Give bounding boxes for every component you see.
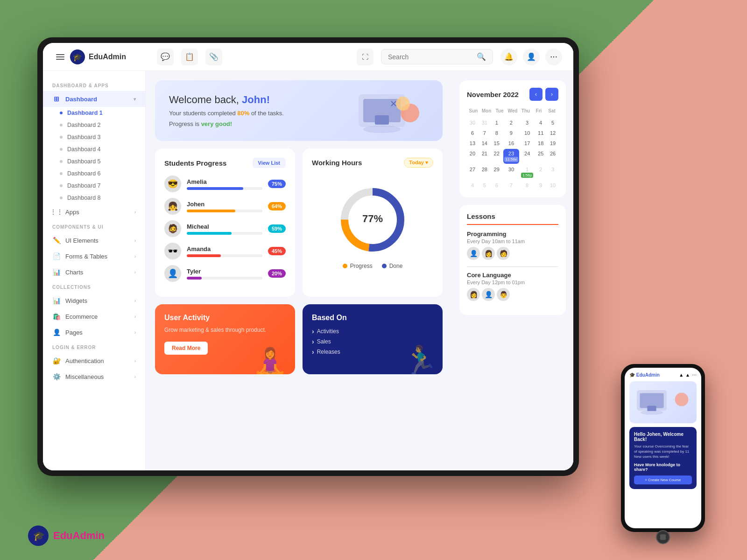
cal-cell[interactable]: 4 [467,181,478,190]
cal-cell[interactable]: 25 [535,149,546,164]
hamburger-menu[interactable] [54,52,66,62]
cal-cell[interactable]: 15 [491,139,502,148]
cal-cell[interactable]: 8 [520,181,534,190]
cal-cell[interactable]: 17 [520,139,534,148]
sidebar-item-pages[interactable]: 👤 Pages › [43,324,145,340]
cal-cell[interactable]: 5 [547,118,558,127]
svg-text:🎓: 🎓 [33,530,45,541]
sidebar-item-auth[interactable]: 🔐 Authentication › [43,353,145,369]
sidebar-item-ui[interactable]: ✏️ UI Elements › [43,232,145,248]
cal-cell[interactable]: 11 [535,128,546,138]
sidebar-sub-dashboard3[interactable]: Dashboard 3 [50,131,145,143]
sidebar-item-misc[interactable]: ⚙️ Miscellaneous › [43,369,145,385]
home-button-icon [660,534,666,540]
sidebar-sub-dashboard5[interactable]: Dashboard 5 [50,155,145,168]
cal-cell[interactable]: 10 [547,181,558,190]
cal-cell[interactable]: 12 [547,128,558,138]
attach-icon-btn[interactable]: 📎 [205,49,222,65]
cal-cell[interactable]: 10 [520,128,534,138]
student-name: Amelia [187,178,262,185]
ua-desc: Grow marketing & sales through product. [164,326,286,334]
cal-cell[interactable]: 16 [503,139,519,148]
task-icon-btn[interactable]: 📋 [181,49,198,65]
more-btn[interactable]: ⋯ [545,49,562,65]
progress-bar-bg [187,232,262,235]
cal-cell[interactable]: 31 [479,118,490,127]
svg-point-7 [363,126,401,133]
divider [467,266,558,267]
sidebar-item-ecommerce[interactable]: 🛍️ Ecommerce › [43,308,145,324]
apps-icon: ⋮⋮ [52,208,61,216]
lesson-avatar: 👩 [467,288,480,301]
sidebar-item-widgets[interactable]: 📊 Widgets › [43,293,145,308]
cal-cell[interactable]: 27 [467,165,478,180]
cal-cell[interactable]: 24 [520,149,534,164]
view-list-btn[interactable]: View List [253,158,286,168]
sidebar-item-forms[interactable]: 📄 Forms & Tables › [43,248,145,264]
cal-cell-today[interactable]: 2311:56e [503,149,519,164]
sidebar-label-auth: Authentication [65,357,104,364]
cal-prev-btn[interactable]: ‹ [529,88,543,101]
sidebar-sub-dashboard7[interactable]: Dashboard 7 [50,180,145,192]
cal-cell[interactable]: 11:56p [520,165,534,180]
cal-cell[interactable]: 7 [479,128,490,138]
sidebar-sub-dashboard1[interactable]: Dashboard 1 [50,107,145,119]
students-progress-card: Students Progress View List 😎 Amelia [155,148,295,297]
cal-cell[interactable]: 18 [535,139,546,148]
today-badge[interactable]: Today ▾ [404,158,433,168]
cal-cell[interactable]: 1 [491,118,502,127]
lesson-core-language: Core Language Every Day 12pm to 01pm 👩 👤… [467,272,558,301]
cal-next-btn[interactable]: › [545,88,558,101]
cal-cell[interactable]: 4 [535,118,546,127]
cal-cell[interactable]: 2 [535,165,546,180]
sidebar-label-misc: Miscellaneous [65,373,104,380]
sidebar-label-ecommerce: Ecommerce [65,313,98,320]
cal-cell[interactable]: 9 [535,181,546,190]
cal-cell[interactable]: 3 [520,118,534,127]
sidebar-sub-dashboard8[interactable]: Dashboard 8 [50,192,145,204]
cal-cell[interactable]: 28 [479,165,490,180]
phone-home-btn[interactable] [656,530,670,544]
sidebar-sub-dashboard2[interactable]: Dashboard 2 [50,119,145,131]
cal-cell[interactable]: 5 [479,181,490,190]
phone-cta-btn[interactable]: + Create New Course [634,476,692,484]
cal-cell[interactable]: 29 [491,165,502,180]
cal-cell[interactable]: 6 [491,181,502,190]
expand-btn[interactable]: ⛶ [357,49,374,65]
cal-cell[interactable]: 19 [547,139,558,148]
svg-text:🎓: 🎓 [73,53,82,62]
search-input[interactable] [388,53,473,61]
arrow-icon: › [134,210,136,215]
cal-cell[interactable]: 14 [479,139,490,148]
sidebar-label-apps: Apps [65,209,79,216]
working-hours-card: Working Hours Today ▾ 77 [303,148,443,297]
cal-cell[interactable]: 26 [547,149,558,164]
cal-cell[interactable]: 20 [467,149,478,164]
based-on-card: Based On Activities Sales Releases 🏃‍♂️ [303,304,443,374]
sidebar-sub-dashboard6[interactable]: Dashboard 6 [50,168,145,180]
phone-welcome-title: Hello Johen, Welcome Back! [634,432,692,442]
cal-cell[interactable]: 22 [491,149,502,164]
notification-btn[interactable]: 🔔 [500,49,517,65]
cal-cell[interactable]: 8 [491,128,502,138]
cal-cell[interactable]: 13 [467,139,478,148]
cal-cell[interactable]: 2 [503,118,519,127]
cal-cell[interactable]: 21 [479,149,490,164]
card-header: Students Progress View List [164,158,286,168]
cal-cell[interactable]: 30 [467,118,478,127]
sidebar-item-dashboard[interactable]: ⊞ Dashboard ▾ [43,91,145,107]
dot-icon [60,184,63,187]
sidebar-sub-dashboard4[interactable]: Dashboard 4 [50,143,145,155]
sidebar-item-charts[interactable]: 📊 Charts › [43,264,145,280]
cal-cell[interactable]: 7 [503,181,519,190]
lesson-time: Every Day 12pm to 01pm [467,280,558,285]
cal-cell[interactable]: 30 [503,165,519,180]
progress-badge: 64% [268,202,286,210]
cal-cell[interactable]: 6 [467,128,478,138]
chat-icon-btn[interactable]: 💬 [157,49,174,65]
profile-btn[interactable]: 👤 [523,49,540,65]
sidebar-item-apps[interactable]: ⋮⋮ Apps › [43,204,145,220]
ua-read-more-btn[interactable]: Read More [164,342,208,355]
cal-cell[interactable]: 9 [503,128,519,138]
cal-cell[interactable]: 3 [547,165,558,180]
